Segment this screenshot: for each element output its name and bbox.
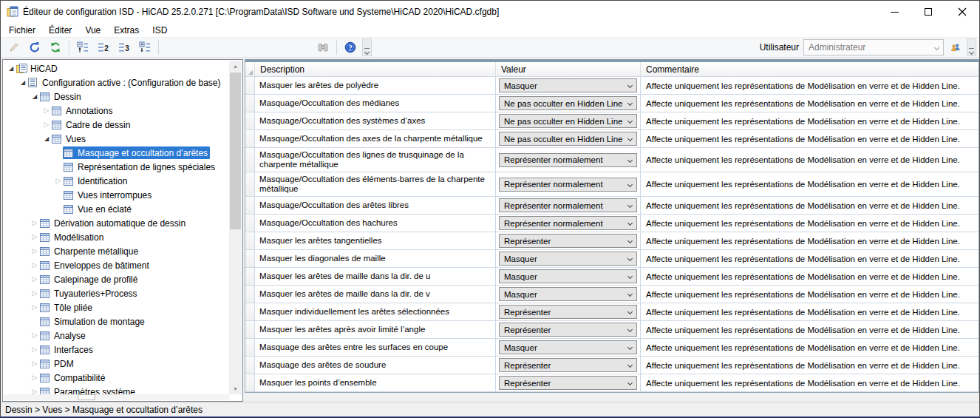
- value-dropdown[interactable]: Masquer: [499, 78, 637, 92]
- tree-node[interactable]: Simulation de montage: [39, 315, 147, 328]
- expand-arrow-icon[interactable]: ▷: [30, 286, 39, 300]
- tree-item[interactable]: ▷Identification: [3, 174, 229, 188]
- expand-arrow-icon[interactable]: ▷: [30, 371, 39, 385]
- row-selector[interactable]: [245, 374, 255, 391]
- value-dropdown[interactable]: Représenter normalement: [499, 153, 637, 167]
- value-dropdown[interactable]: Masquer: [499, 340, 637, 354]
- maximize-button[interactable]: [911, 1, 945, 23]
- table-row[interactable]: Masquer les arêtes de polyèdreMasquerAff…: [245, 77, 979, 95]
- tree-node[interactable]: Configuration active : (Configuration de…: [27, 76, 222, 89]
- tree-node[interactable]: Modélisation: [39, 231, 106, 243]
- tree-item[interactable]: ▷Interfaces: [3, 343, 229, 357]
- tree-item[interactable]: Simulation de montage: [3, 314, 229, 328]
- collapse-arrow-icon[interactable]: ◢: [30, 90, 39, 104]
- row-selector[interactable]: [245, 197, 255, 214]
- table-row[interactable]: Masquage/Occultation des lignes de trusq…: [245, 148, 979, 172]
- tree-node[interactable]: Enveloppes de bâtiment: [39, 259, 152, 272]
- tree-node[interactable]: Annotations: [51, 104, 115, 117]
- table-row[interactable]: Masquage/Occultation des hachuresReprése…: [245, 215, 979, 232]
- tree-node[interactable]: Cadre de dessin: [51, 118, 132, 131]
- tree-node[interactable]: Représentation de lignes spéciales: [63, 161, 217, 173]
- expand-arrow-icon[interactable]: ▷: [30, 244, 39, 258]
- column-header-description[interactable]: Description: [255, 62, 496, 76]
- tree-node[interactable]: Analyse: [39, 329, 88, 342]
- collapse-arrow-icon[interactable]: ◢: [42, 132, 51, 146]
- tree-node[interactable]: Calepinage de profilé: [39, 273, 140, 286]
- tree-vertical-scrollbar[interactable]: ▲ ▼: [229, 61, 242, 394]
- value-dropdown[interactable]: Représenter: [499, 376, 637, 390]
- table-row[interactable]: Masquage des arêtes de soudureReprésente…: [245, 357, 979, 374]
- value-dropdown[interactable]: Représenter normalement: [499, 198, 637, 212]
- collapse-arrow-icon[interactable]: ◢: [18, 75, 27, 90]
- undo-button[interactable]: [25, 38, 44, 56]
- menu-item-2[interactable]: Vue: [78, 24, 107, 36]
- tree-item[interactable]: ▷Paramètres système: [3, 385, 229, 394]
- row-selector[interactable]: [245, 172, 255, 196]
- expand-level-3-button[interactable]: 3: [115, 38, 134, 56]
- scrollbar-thumb[interactable]: [78, 394, 95, 400]
- table-row[interactable]: Masquage/Occultation des axes de la char…: [245, 130, 979, 148]
- value-dropdown[interactable]: Représenter normalement: [499, 216, 637, 230]
- tree-node[interactable]: Dessin: [39, 90, 84, 103]
- tree-item[interactable]: ▷Enveloppes de bâtiment: [3, 258, 229, 272]
- minimize-button[interactable]: [877, 1, 911, 23]
- tree-item[interactable]: ▷Cadre de dessin: [3, 118, 229, 132]
- tree-node[interactable]: Vues interrompues: [63, 189, 154, 201]
- row-selector[interactable]: [245, 232, 255, 249]
- tree-item[interactable]: Vues interrompues: [3, 188, 229, 202]
- tree-node[interactable]: Dérivation automatique de dessin: [39, 217, 188, 229]
- tree-horizontal-scrollbar[interactable]: [4, 394, 229, 400]
- row-selector[interactable]: [245, 268, 255, 285]
- tree-item[interactable]: Représentation de lignes spéciales: [3, 160, 229, 174]
- expand-arrow-icon[interactable]: ▷: [30, 300, 39, 314]
- tree-node[interactable]: PDM: [39, 357, 76, 370]
- column-header-valeur[interactable]: Valeur: [496, 62, 641, 76]
- expand-arrow-icon[interactable]: ▷: [54, 174, 63, 188]
- tree-node[interactable]: HiCAD: [16, 62, 60, 75]
- toolbar-overflow-button[interactable]: [967, 38, 976, 56]
- collapse-arrow-icon[interactable]: ◢: [7, 61, 16, 75]
- expand-arrow-icon[interactable]: ▷: [30, 343, 39, 357]
- tree-node-selected[interactable]: Masquage et occultation d’arêtes: [63, 146, 210, 159]
- close-button[interactable]: [945, 1, 979, 23]
- expand-arrow-icon[interactable]: ▷: [30, 272, 39, 286]
- value-dropdown[interactable]: Masquer: [499, 287, 637, 301]
- row-selector[interactable]: [245, 357, 255, 374]
- tree-item[interactable]: ▷Calepinage de profilé: [3, 272, 229, 286]
- expand-arrow-icon[interactable]: ▷: [30, 230, 39, 244]
- expand-arrow-icon[interactable]: ▷: [30, 258, 39, 272]
- expand-arrow-icon[interactable]: ▷: [42, 118, 51, 132]
- tree-item[interactable]: ▷Dérivation automatique de dessin: [3, 216, 229, 230]
- row-selector[interactable]: [245, 250, 255, 267]
- tree-item[interactable]: ▷PDM: [3, 357, 229, 371]
- row-selector[interactable]: [245, 112, 255, 129]
- tree-item[interactable]: ◢Dessin: [3, 90, 229, 104]
- toolbar-overflow-button[interactable]: [362, 38, 372, 56]
- scrollbar-thumb[interactable]: [230, 73, 241, 229]
- value-dropdown[interactable]: Représenter: [499, 323, 637, 337]
- tree-node[interactable]: Compatibilité: [39, 371, 107, 384]
- tree-node[interactable]: Identification: [63, 175, 129, 187]
- tree-item[interactable]: ◢Vues: [3, 132, 229, 146]
- menu-item-0[interactable]: Fichier: [2, 24, 42, 36]
- tree-node[interactable]: Tuyauteries+Process: [39, 287, 140, 300]
- tree-item[interactable]: ▷Tuyauteries+Process: [3, 286, 229, 300]
- tree-item[interactable]: ▷Modélisation: [3, 230, 229, 244]
- tree-node[interactable]: Charpente métallique: [39, 245, 140, 257]
- table-row[interactable]: Masquer les arêtes après avoir limité l’…: [245, 321, 979, 339]
- table-row[interactable]: Masquer individuellement les arêtes séle…: [245, 303, 979, 321]
- tree-node[interactable]: Tôle pliée: [39, 301, 95, 314]
- tree-item[interactable]: ▷Tôle pliée: [3, 300, 229, 314]
- table-row[interactable]: Masquer les arêtes de maille dans la dir…: [245, 286, 979, 303]
- menu-item-4[interactable]: ISD: [146, 24, 174, 36]
- row-selector[interactable]: [245, 148, 255, 172]
- row-selector[interactable]: [245, 215, 255, 232]
- column-header-commentaire[interactable]: Commentaire: [641, 62, 979, 76]
- row-selector[interactable]: [245, 77, 255, 94]
- value-dropdown[interactable]: Ne pas occulter en Hidden Line: [499, 114, 637, 128]
- value-dropdown[interactable]: Représenter normalement: [499, 178, 637, 192]
- user-combobox[interactable]: Administrateur: [803, 39, 944, 55]
- tree-item[interactable]: ▷Charpente métallique: [3, 244, 229, 258]
- menu-item-3[interactable]: Extras: [107, 24, 146, 36]
- tree-item[interactable]: Masquage et occultation d’arêtes: [3, 146, 229, 160]
